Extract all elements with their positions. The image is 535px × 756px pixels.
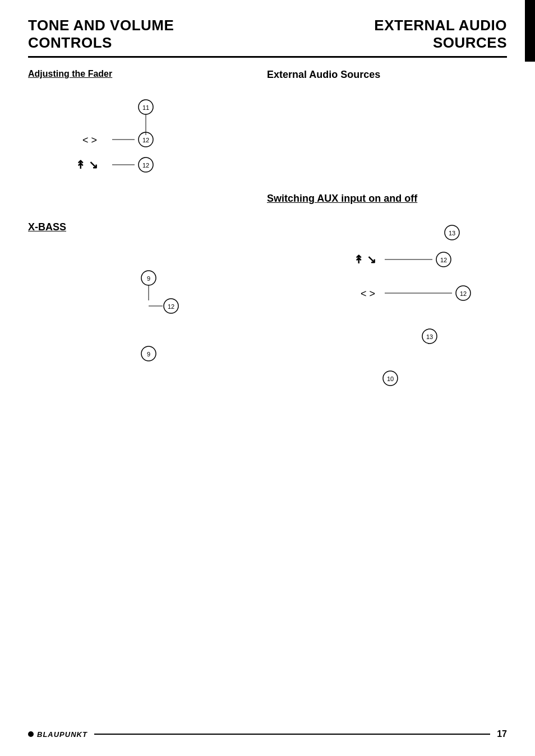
footer-page: 17 (497, 729, 507, 739)
header-left-line2: CONTROLS (28, 34, 174, 52)
header-right-line2: SOURCES (374, 34, 507, 52)
svg-text:12: 12 (142, 137, 149, 143)
aux-section: Switching AUX input on and off 13 ↟ ↘ 12… (267, 193, 507, 409)
aux-diagram: 13 ↟ ↘ 12 < > 12 13 10 (267, 216, 502, 406)
header-left: TONE AND VOLUME CONTROLS (28, 17, 174, 52)
header: TONE AND VOLUME CONTROLS EXTERNAL AUDIO … (28, 17, 507, 58)
header-left-line1: TONE AND VOLUME (28, 17, 174, 34)
svg-text:12: 12 (460, 290, 467, 297)
svg-text:10: 10 (387, 375, 394, 382)
svg-text:<  >: < > (82, 134, 97, 146)
xbass-section: X-BASS 9 12 9 (28, 221, 250, 409)
black-tab (525, 0, 535, 62)
footer: BLAUPUNKT 17 (28, 729, 507, 739)
svg-text:12: 12 (440, 257, 447, 263)
main-content: Adjusting the Fader 11 < > 12 ↟ ↘ 12 (28, 63, 507, 409)
svg-text:9: 9 (147, 351, 150, 358)
xbass-title: X-BASS (28, 221, 250, 233)
header-right: EXTERNAL AUDIO SOURCES (374, 17, 507, 52)
aux-title: Switching AUX input on and off (267, 193, 507, 205)
svg-text:9: 9 (147, 275, 150, 282)
footer-line (94, 734, 490, 735)
xbass-diagram: 9 12 9 (28, 244, 241, 407)
ext-audio-title: External Audio Sources (267, 69, 507, 81)
fader-title: Adjusting the Fader (28, 69, 250, 79)
footer-brand-text: BLAUPUNKT (37, 730, 87, 739)
left-column: Adjusting the Fader 11 < > 12 ↟ ↘ 12 (28, 63, 261, 409)
svg-text:12: 12 (168, 303, 174, 310)
page: TONE AND VOLUME CONTROLS EXTERNAL AUDIO … (0, 0, 535, 756)
footer-brand: BLAUPUNKT (28, 730, 87, 739)
svg-text:↟  ↘: ↟ ↘ (76, 159, 98, 171)
svg-text:<  >: < > (361, 288, 375, 299)
svg-text:11: 11 (142, 104, 149, 111)
fader-diagram: 11 < > 12 ↟ ↘ 12 (28, 90, 241, 202)
svg-text:↟  ↘: ↟ ↘ (354, 253, 376, 266)
footer-dot (28, 731, 34, 737)
svg-text:13: 13 (449, 230, 455, 236)
svg-text:13: 13 (426, 333, 433, 340)
right-column: External Audio Sources Switching AUX inp… (261, 63, 507, 409)
svg-text:12: 12 (142, 162, 149, 169)
header-right-line1: EXTERNAL AUDIO (374, 17, 507, 34)
